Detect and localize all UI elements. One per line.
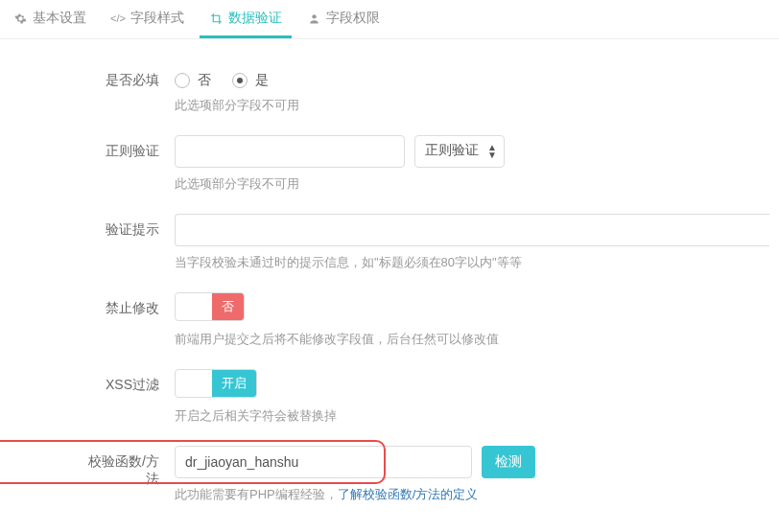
radio-circle-icon [232, 73, 248, 88]
field-label: 正则验证 [81, 135, 175, 160]
func-input[interactable] [175, 446, 472, 478]
select-arrows-icon: ▲▼ [487, 144, 497, 159]
hint-link[interactable]: 了解校验函数/方法的定义 [338, 487, 479, 501]
field-hint: 此功能需要有PHP编程经验，了解校验函数/方法的定义 [175, 486, 769, 503]
code-icon: </> [111, 12, 125, 25]
field-label: 是否必填 [81, 64, 175, 89]
row-tip: 验证提示 当字段校验未通过时的提示信息，如"标题必须在80字以内"等等 [81, 214, 769, 271]
field-hint: 此选项部分字段不可用 [175, 175, 769, 193]
required-radio-group: 否 是 [175, 64, 769, 89]
row-func: 校验函数/方法 检测 此功能需要有PHP编程经验，了解校验函数/方法的定义 [81, 446, 769, 503]
crop-icon [209, 12, 223, 25]
regex-input[interactable] [175, 135, 405, 168]
field-hint: 前端用户提交之后将不能修改字段值，后台任然可以修改值 [175, 331, 769, 348]
tab-validate[interactable]: 数据验证 [200, 0, 292, 38]
readonly-switch[interactable]: 否 [175, 292, 245, 321]
tab-label: 字段权限 [326, 10, 380, 27]
switch-state-label: 开启 [212, 370, 256, 397]
tab-style[interactable]: </> 字段样式 [102, 0, 194, 38]
radio-circle-icon [175, 73, 190, 88]
field-hint: 此选项部分字段不可用 [175, 97, 769, 114]
field-hint: 开启之后相关字符会被替换掉 [175, 407, 769, 425]
tab-label: 数据验证 [228, 10, 282, 27]
form-area: 是否必填 否 是 此选项部分字段不可用 正则验证 正则验证 [0, 39, 779, 503]
field-hint: 当字段校验未通过时的提示信息，如"标题必须在80字以内"等等 [175, 254, 769, 271]
field-label: 校验函数/方法 [81, 446, 175, 488]
tab-basic[interactable]: 基本设置 [4, 0, 96, 38]
switch-slot [176, 293, 212, 320]
field-label: XSS过滤 [81, 369, 175, 394]
row-xss: XSS过滤 开启 开启之后相关字符会被替换掉 [81, 369, 769, 425]
radio-label: 是 [255, 72, 269, 89]
field-label: 验证提示 [81, 214, 175, 239]
tip-input[interactable] [175, 214, 769, 246]
row-regex: 正则验证 正则验证 ▲▼ 此选项部分字段不可用 [81, 135, 769, 193]
row-required: 是否必填 否 是 此选项部分字段不可用 [81, 64, 769, 114]
field-label: 禁止修改 [81, 292, 175, 317]
radio-no[interactable]: 否 [175, 72, 211, 89]
tab-label: 基本设置 [33, 10, 86, 27]
select-value: 正则验证 [425, 142, 479, 157]
tab-bar: 基本设置 </> 字段样式 数据验证 字段权限 [0, 0, 779, 39]
switch-state-label: 否 [212, 293, 244, 320]
svg-point-0 [312, 14, 316, 18]
tab-permission[interactable]: 字段权限 [297, 0, 390, 38]
switch-slot [176, 370, 212, 397]
hint-text: 此功能需要有PHP编程经验， [175, 487, 338, 501]
user-icon [307, 12, 320, 25]
check-button[interactable]: 检测 [482, 446, 535, 478]
gear-icon [13, 12, 27, 25]
regex-select[interactable]: 正则验证 ▲▼ [414, 135, 505, 168]
tab-label: 字段样式 [130, 10, 184, 27]
radio-yes[interactable]: 是 [232, 72, 269, 89]
row-readonly: 禁止修改 否 前端用户提交之后将不能修改字段值，后台任然可以修改值 [81, 292, 769, 348]
radio-label: 否 [198, 72, 211, 89]
xss-switch[interactable]: 开启 [175, 369, 257, 398]
